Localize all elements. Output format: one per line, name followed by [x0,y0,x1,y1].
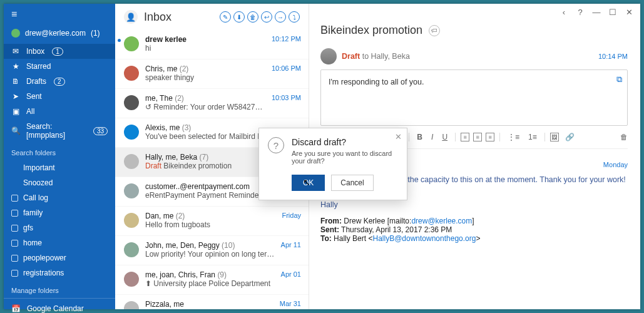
message-row[interactable]: John, me, Den, Peggy (10) Low priority! … [115,236,309,265]
sender-avatar-icon [124,242,139,257]
folder-title: Inbox [144,11,213,24]
sender-avatar-icon [124,183,139,198]
list-toolbar-button[interactable]: → [275,11,286,23]
account-icon: 👤 [124,10,138,24]
link-button[interactable]: 🔗 [563,131,577,143]
sidebar-folder-all[interactable]: ▣All [4,104,115,119]
sidebar-subfolder[interactable]: Snoozed [4,175,115,190]
manage-folders[interactable]: Manage folders [4,280,115,298]
message-subject: speaker thingy [145,73,265,82]
sender-avatar-icon [124,95,139,110]
message-row[interactable]: Dan, me (2) Hello from tugboats Friday [115,207,309,236]
message-date: Apr 01 [281,270,301,288]
from-email-link[interactable]: drew@kerlee.com [411,217,472,225]
dialog-message: Are you sure you want to discard your dr… [292,150,398,165]
sidebar-subfolder[interactable]: family [4,205,115,220]
underline-button[interactable]: U [439,131,450,143]
align-center-button[interactable]: ≡ [473,133,482,141]
discard-draft-button[interactable]: 🗑 [620,133,628,141]
sender-avatar-icon [124,66,139,81]
message-subject: Hello from tugboats [145,220,275,229]
sidebar-subfolder[interactable]: home [4,235,115,250]
discard-dialog: ✕ ? Discard draft? Are you sure you want… [258,128,407,200]
message-row[interactable]: me, joan, Chris, Fran (9) ⬆ University p… [115,265,309,295]
quoted-header: From: Drew Kerlee [mailto:drew@kerlee.co… [320,217,628,243]
sidebar-subfolder[interactable]: registrations [4,265,115,280]
sender-avatar-icon [124,272,139,287]
dialog-close-icon[interactable]: ✕ [395,132,402,141]
message-row[interactable]: Chris, me (2) speaker thingy 10:06 PM [115,59,309,89]
popout-icon[interactable]: ⧉ [616,75,622,85]
sidebar-folder-sent[interactable]: ➤Sent [4,89,115,104]
back-button[interactable]: ‹ [559,8,569,17]
sender-avatar-icon [124,301,139,309]
image-button[interactable]: 🖼 [550,133,559,141]
to-email-link[interactable]: HallyB@downtownonthego.org [372,234,476,243]
sidebar-folder-starred[interactable]: ★Starred [4,59,115,74]
bullet-list-button[interactable]: ⋮≡ [505,131,522,143]
italic-button[interactable]: I [429,131,436,143]
align-right-button[interactable]: ≡ [486,133,494,141]
number-list-button[interactable]: 1≡ [526,131,539,143]
draft-time: 10:14 PM [598,53,628,60]
cancel-button[interactable]: Cancel [331,175,373,191]
sender-avatar-icon [124,213,139,228]
sidebar-subfolder[interactable]: peoplepower [4,250,115,265]
message-subject: ⬆ University place Police Department [145,279,275,288]
checkbox-icon [11,255,18,262]
list-toolbar-button[interactable]: 🗑 [247,11,258,23]
checkbox-icon [11,240,18,247]
maximize-button[interactable]: ☐ [608,8,618,17]
sidebar-app[interactable]: 📅Google Calendar [4,301,115,313]
message-row[interactable]: drew kerlee hi 10:12 PM [115,30,309,59]
folder-icon: ▣ [11,107,20,116]
list-toolbar-button[interactable]: ↩ [261,11,272,23]
message-subject: Bikeindex promotion 🏷 [320,24,628,37]
ok-button[interactable]: OK [292,175,325,191]
account-email: drew@kerlee.com [25,29,86,38]
message-from: me, The (2) [145,94,265,103]
search-folders-label: Search folders [4,143,115,160]
sidebar-subfolder[interactable]: Important [4,160,115,175]
folder-badge: 1 [52,48,63,56]
message-from: John, me, Den, Peggy (10) [145,241,275,250]
sidebar-folder-inbox[interactable]: ✉Inbox1 [4,44,115,59]
draft-editor[interactable]: I'm responding to all of you. ⧉ [320,69,628,126]
list-toolbar-button[interactable]: ⤵ [289,11,300,23]
message-date: Apr 11 [281,241,301,259]
sender-avatar-icon [124,125,139,140]
message-from: customer..@erentpayment.com [145,182,267,191]
minimize-button[interactable]: — [591,8,601,17]
folder-icon: ★ [11,62,20,71]
account-row[interactable]: drew@kerlee.com (1) [4,25,115,44]
list-toolbar-button[interactable]: ✎ [220,11,231,23]
close-button[interactable]: ✕ [624,8,634,17]
checkbox-icon [11,195,18,202]
draft-avatar-icon [320,48,337,64]
message-row[interactable]: me, The (2) ↺ Reminder: Your order W5842… [115,89,309,118]
sidebar-folder-drafts[interactable]: 🗎Drafts2 [4,74,115,89]
folder-badge: 2 [54,78,65,86]
hamburger-menu[interactable]: ≡ [4,4,115,25]
account-badge: (1) [91,29,100,38]
tag-icon[interactable]: 🏷 [429,25,440,36]
folder-icon: ✉ [11,47,20,56]
folder-badge: 33 [93,127,108,135]
sidebar-subfolder[interactable]: Call log [4,190,115,205]
list-toolbar-button[interactable]: ⬇ [233,11,245,23]
message-date: Friday [282,212,301,229]
message-subject: eRentPayment Payment Reminder [145,191,267,200]
message-subject: Low priority! Your opinion on long term … [145,250,275,259]
sidebar-folder-search-mmpplans-[interactable]: 🔍Search: [mmpplans]33 [4,119,115,143]
sidebar-subfolder[interactable]: gfs [4,220,115,235]
message-row[interactable]: Pizzala, me Mar 31 [115,295,309,309]
align-left-button[interactable]: ≡ [461,133,469,141]
bold-button[interactable]: B [414,131,425,143]
dialog-title: Discard draft? [292,137,398,147]
message-date: 10:03 PM [272,94,301,111]
message-from: drew kerlee [145,35,265,44]
checkbox-icon [11,225,18,232]
help-button[interactable]: ? [575,8,585,17]
message-from: Dan, me (2) [145,212,275,220]
sender-avatar-icon [124,36,139,51]
